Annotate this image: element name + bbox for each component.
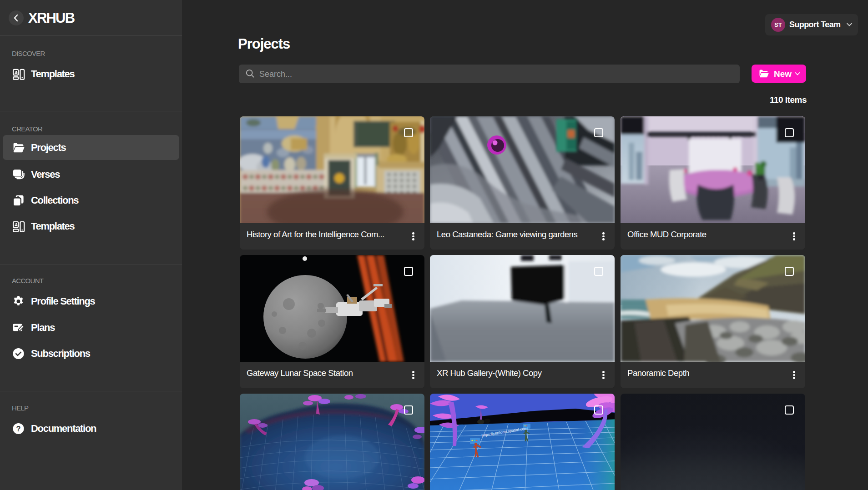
svg-text:?: ? (16, 425, 21, 433)
